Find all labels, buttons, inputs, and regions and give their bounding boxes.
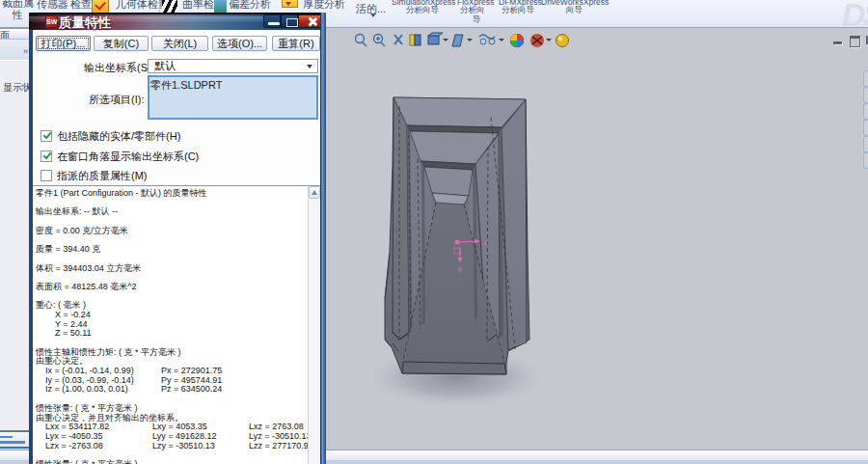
svg-text:-x: -x bbox=[482, 239, 488, 246]
svg-text:-y: -y bbox=[456, 265, 462, 273]
